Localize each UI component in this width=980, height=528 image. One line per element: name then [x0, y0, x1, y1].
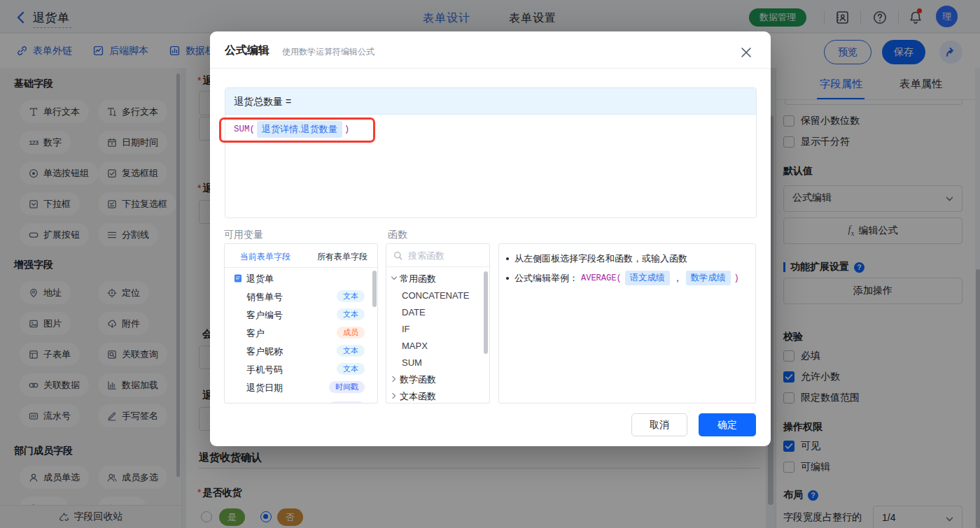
variable-type-badge: 子表单 — [329, 401, 365, 404]
function-group-label: 数学函数 — [400, 373, 436, 386]
variable-row[interactable]: 退货详情 子表单 — [225, 399, 377, 404]
formula-target: 退货总数量 = — [225, 88, 756, 115]
tree-root-label: 退货单 — [246, 273, 274, 285]
caret-right-icon — [391, 392, 398, 399]
tips-panel: 从左侧面板选择字段名和函数，或输入函数 公式编辑举例： AVERAGE( 语文成… — [498, 243, 756, 404]
variables-tabs: 当前表单字段 所有表单字段 — [225, 244, 377, 268]
function-item[interactable]: CONCATENATE — [386, 287, 489, 304]
variable-name: 退货日期 — [246, 382, 283, 394]
function-group-math[interactable]: 数学函数 — [386, 371, 489, 387]
formula-editor[interactable]: 退货总数量 = SUM( 退货详情.退货数量 ) — [225, 87, 757, 218]
variable-row[interactable]: 客户编号 文本 — [225, 306, 377, 324]
tab-current-form-fields[interactable]: 当前表单字段 — [240, 251, 290, 263]
annotation-highlight-box — [219, 117, 375, 143]
example-field-chip: 语文成绩 — [625, 271, 670, 285]
variable-type-badge: 成员 — [337, 327, 365, 338]
variable-row[interactable]: 手机号码 文本 — [225, 360, 377, 378]
function-name: SUM — [402, 357, 422, 368]
search-icon — [393, 251, 402, 260]
cancel-button[interactable]: 取消 — [631, 413, 687, 436]
variables-panel: 当前表单字段 所有表单字段 退货单 销售单号 文本 客户编号 文本 客户 成员 … — [224, 243, 378, 404]
bullet-dot — [506, 277, 509, 280]
variables-label: 可用变量 — [224, 229, 263, 241]
formula-editor-modal: 公式编辑 使用数学运算符编辑公式 退货总数量 = SUM( 退货详情.退货数量 … — [210, 31, 771, 446]
variable-name: 客户昵称 — [246, 345, 283, 358]
variable-row[interactable]: 销售单号 文本 — [225, 287, 377, 306]
example-fn-close: ) — [734, 273, 739, 283]
variables-scrollbar[interactable] — [372, 271, 377, 307]
confirm-button[interactable]: 确定 — [699, 413, 756, 436]
functions-scrollbar[interactable] — [484, 271, 488, 354]
function-name: IF — [402, 324, 410, 334]
variable-name: 退货详情 — [246, 402, 283, 404]
function-group-label: 常用函数 — [400, 273, 436, 285]
variable-type-badge: 文本 — [337, 308, 365, 320]
tip-text: 从左侧面板选择字段名和函数，或输入函数 — [514, 252, 687, 265]
functions-label: 函数 — [388, 229, 407, 241]
functions-panel: 搜索函数 常用函数 CONCATENATE DATE IF MAPX SUM 数… — [386, 243, 490, 404]
tip-line-example: 公式编辑举例： AVERAGE( 语文成绩 ， 数学成绩 ) — [506, 271, 739, 285]
bullet-dot — [506, 257, 509, 260]
function-name: CONCATENATE — [402, 290, 469, 301]
tip-text: 公式编辑举例： — [514, 272, 578, 285]
modal-title: 公式编辑 — [225, 43, 270, 58]
variable-row[interactable]: 客户 成员 — [225, 324, 377, 342]
variable-type-badge: 文本 — [337, 290, 365, 302]
variable-type-badge: 文本 — [337, 345, 365, 357]
variable-name: 手机号码 — [246, 364, 283, 376]
example-field-chip: 数学成绩 — [686, 271, 731, 285]
function-item[interactable]: MAPX — [386, 337, 489, 354]
modal-subtitle: 使用数学运算符编辑公式 — [282, 46, 374, 58]
example-fn: AVERAGE( — [581, 273, 622, 283]
example-comma: ， — [673, 272, 682, 285]
function-group-common[interactable]: 常用函数 — [386, 270, 489, 287]
variable-row[interactable]: 退货日期 时间戳 — [225, 378, 377, 397]
function-name: DATE — [402, 307, 426, 317]
function-group-label: 文本函数 — [400, 390, 436, 403]
variable-name: 客户编号 — [246, 309, 283, 322]
search-placeholder: 搜索函数 — [408, 250, 444, 262]
function-name: MAPX — [402, 341, 428, 351]
tab-all-form-fields[interactable]: 所有表单字段 — [317, 251, 368, 263]
function-group-text[interactable]: 文本函数 — [386, 387, 489, 404]
variable-type-badge: 文本 — [337, 363, 365, 375]
variable-name: 客户 — [246, 327, 265, 340]
form-doc-icon — [233, 273, 243, 283]
close-icon[interactable] — [740, 46, 752, 59]
function-search[interactable]: 搜索函数 — [386, 244, 489, 267]
function-item[interactable]: DATE — [386, 304, 489, 320]
variable-name: 销售单号 — [246, 291, 283, 304]
caret-right-icon — [391, 376, 398, 383]
function-item[interactable]: IF — [386, 320, 489, 337]
app-window: 退货单 表单设计 表单设置 数据管理 理 表单外链 后端脚本 数据权 预览 保存 — [0, 0, 980, 528]
tip-line: 从左侧面板选择字段名和函数，或输入函数 — [506, 252, 687, 265]
variable-type-badge: 时间戳 — [329, 381, 365, 393]
variable-row[interactable]: 客户昵称 文本 — [225, 342, 377, 360]
caret-down-icon — [391, 275, 398, 282]
modal-header: 公式编辑 使用数学运算符编辑公式 — [210, 31, 771, 69]
tree-root-form[interactable]: 退货单 — [225, 269, 377, 287]
function-item[interactable]: SUM — [386, 354, 489, 371]
